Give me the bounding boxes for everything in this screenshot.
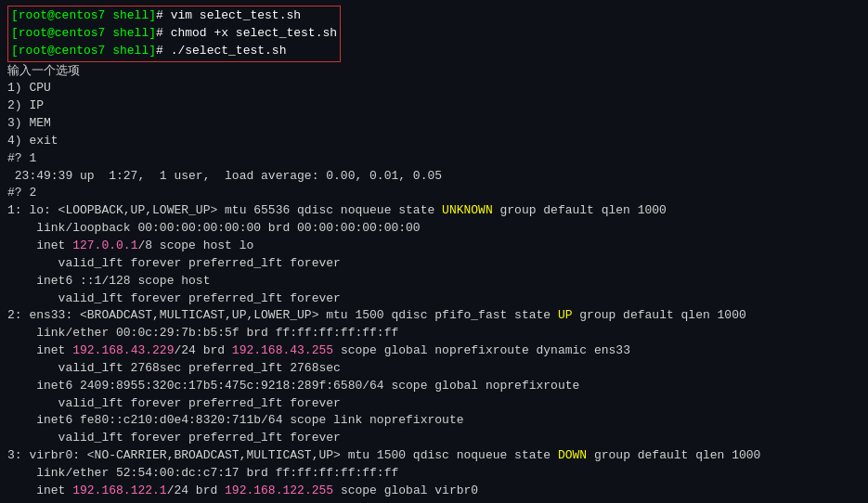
prompt-1: [root@centos7 shell] — [11, 8, 156, 22]
command-line-3: [root@centos7 shell]# ./select_test.sh — [11, 43, 337, 60]
command-line-2: [root@centos7 shell]# chmod +x select_te… — [11, 25, 337, 43]
command-line-1: [root@centos7 shell]# vim select_test.sh — [11, 7, 337, 25]
prompt-2: [root@centos7 shell] — [11, 26, 156, 40]
ip-line-14: valid_lft forever preferred_lft forever — [7, 430, 861, 447]
ip-line-10: valid_lft 2768sec preferred_lft 2768sec — [7, 360, 861, 378]
hash-prompt-2: #? 2 — [7, 185, 861, 202]
ip-line-18: valid_lft forever preferred_lft forever — [7, 500, 861, 503]
ip-line-3: inet 127.0.0.1/8 scope host lo — [7, 238, 861, 255]
ip-line-2: link/loopback 00:00:00:00:00:00 brd 00:0… — [7, 220, 861, 238]
menu-item-3: 3) MEM — [7, 115, 861, 133]
ip-line-5: inet6 ::1/128 scope host — [7, 273, 861, 290]
ip-line-1: 1: lo: <LOOPBACK,UP,LOWER_UP> mtu 65536 … — [7, 202, 861, 220]
ip-line-12: valid_lft forever preferred_lft forever — [7, 395, 861, 413]
menu-item-4: 4) exit — [7, 133, 861, 150]
ip-line-11: inet6 2409:8955:320c:17b5:475c:9218:289f… — [7, 378, 861, 395]
hash-prompt-1: #? 1 — [7, 150, 861, 168]
ip-line-6: valid_lft forever preferred_lft forever — [7, 290, 861, 308]
ip-line-15: 3: virbr0: <NO-CARRIER,BROADCAST,MULTICA… — [7, 447, 861, 465]
ip-line-4: valid_lft forever preferred_lft forever — [7, 255, 861, 273]
ip-line-8: link/ether 00:0c:29:7b:b5:5f brd ff:ff:f… — [7, 325, 861, 342]
command-block: [root@centos7 shell]# vim select_test.sh… — [7, 6, 341, 62]
prompt-3: [root@centos7 shell] — [11, 44, 156, 58]
ip-line-17: inet 192.168.122.1/24 brd 192.168.122.25… — [7, 483, 861, 500]
ip-line-13: inet6 fe80::c210:d0e4:8320:711b/64 scope… — [7, 412, 861, 430]
terminal-window: [root@centos7 shell]# vim select_test.sh… — [0, 0, 868, 503]
cpu-output: 23:49:39 up 1:27, 1 user, load average: … — [7, 168, 861, 186]
menu-prompt-line: 输入一个选项 — [7, 63, 861, 81]
ip-line-7: 2: ens33: <BROADCAST,MULTICAST,UP,LOWER_… — [7, 307, 861, 325]
ip-line-9: inet 192.168.43.229/24 brd 192.168.43.25… — [7, 342, 861, 360]
ip-line-16: link/ether 52:54:00:dc:c7:17 brd ff:ff:f… — [7, 465, 861, 483]
menu-item-2: 2) IP — [7, 97, 861, 115]
menu-item-1: 1) CPU — [7, 80, 861, 97]
